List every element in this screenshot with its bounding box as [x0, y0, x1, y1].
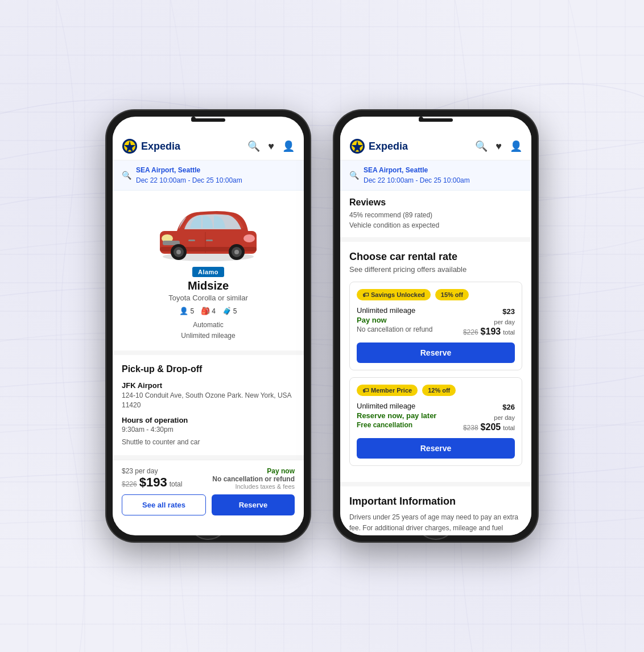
- expedia-logo-text-right: Expedia: [369, 141, 408, 152]
- reviews-condition-right: Vehicle condition as expected: [349, 220, 522, 230]
- header-icons-left: 🔍 ♥ 👤: [247, 140, 295, 152]
- rate-card-2-right: 🏷 Member Price 12% off Unlimited mileage…: [349, 377, 522, 466]
- pickup-section-title-left: Pick-up & Drop-off: [122, 364, 295, 374]
- member-badge-2-right: 🏷 Member Price: [357, 385, 418, 396]
- alamo-badge-left: Alamo: [192, 267, 224, 277]
- expedia-logo-left: Expedia: [122, 138, 180, 154]
- price-old-left: $226: [122, 480, 137, 488]
- header-left: Expedia 🔍 ♥ 👤: [113, 133, 304, 160]
- reviews-recommend-right: 45% recommend (89 rated): [349, 210, 522, 220]
- reserve-button-left[interactable]: Reserve: [212, 494, 295, 515]
- reviews-section-right: Reviews 45% recommend (89 rated) Vehicle…: [340, 191, 531, 242]
- rate-badges-2-right: 🏷 Member Price 12% off: [357, 385, 515, 396]
- pickup-address-left: 124-10 Conduit Ave, South Ozone Park. Ne…: [122, 391, 295, 410]
- search-bar-text-right: SEA Airport, Seattle Dec 22 10:00am - De…: [364, 165, 470, 185]
- no-cancel-label-left: No cancellation or refund: [212, 475, 295, 483]
- pickup-hours-label-left: Hours of operation: [122, 416, 295, 424]
- expedia-logo-icon-right: [349, 138, 365, 154]
- see-all-rates-button-left[interactable]: See all rates: [122, 494, 206, 515]
- search-bar-icon-left: 🔍: [122, 171, 131, 180]
- screen-content-right: Expedia 🔍 ♥ 👤 🔍 SEA Airport, Seattle Dec…: [340, 133, 531, 535]
- rate-per-day-1-right: $23 per day: [463, 306, 515, 327]
- discount-badge-2-right: 12% off: [422, 385, 456, 396]
- phone-top-left: [106, 110, 311, 126]
- reviews-title-right: Reviews: [349, 197, 522, 208]
- phones-container: Expedia 🔍 ♥ 👤 🔍 SEA Airport, Seattle Dec…: [106, 110, 538, 542]
- expedia-logo-text-left: Expedia: [141, 141, 180, 152]
- total-row-left: $226 $193 total: [122, 475, 182, 490]
- bags-large-spec-left: 🧳 5: [222, 307, 237, 315]
- user-icon-right[interactable]: 👤: [510, 140, 522, 152]
- pricing-bar-left: $23 per day $226 $193 total Pay now No c…: [113, 460, 304, 522]
- search-bar-right[interactable]: 🔍 SEA Airport, Seattle Dec 22 10:00am - …: [340, 160, 531, 191]
- rate-card-1-right: 🏷 Savings Unlocked 15% off Unlimited mil…: [349, 282, 522, 370]
- car-specs-left: 👤 5 🎒 4 🧳 5: [179, 307, 237, 315]
- seats-spec-left: 👤 5: [179, 307, 194, 315]
- svg-rect-15: [206, 240, 213, 241]
- heart-icon-left[interactable]: ♥: [268, 141, 274, 152]
- rate-badges-1-right: 🏷 Savings Unlocked 15% off: [357, 289, 515, 300]
- svg-point-5: [243, 234, 255, 242]
- heart-icon-right[interactable]: ♥: [496, 141, 502, 152]
- user-icon-left[interactable]: 👤: [282, 140, 295, 152]
- includes-label-left: Includes taxes & fees: [212, 483, 295, 490]
- per-day-left: $23 per day: [122, 467, 182, 475]
- camera-right: [419, 117, 423, 121]
- tag-icon-1-right: 🏷: [362, 291, 369, 298]
- info-section-right: Important Information Drivers under 25 y…: [340, 486, 531, 535]
- info-title-right: Important Information: [349, 496, 522, 507]
- rate-subtitle-right: See different pricing offers available: [349, 265, 522, 274]
- left-phone: Expedia 🔍 ♥ 👤 🔍 SEA Airport, Seattle Dec…: [106, 110, 311, 542]
- rate-section-right: Choose car rental rate See different pri…: [340, 242, 531, 486]
- pricing-bar-buttons-left: See all rates Reserve: [122, 494, 295, 515]
- expedia-logo-icon-left: [122, 138, 138, 154]
- price-new-left: $193: [139, 475, 167, 490]
- phone-top-right: [333, 110, 538, 126]
- seats-icon-left: 👤: [179, 307, 188, 315]
- rate-payment-2-right: Reserve now, pay later: [357, 411, 436, 420]
- pay-now-label-left: Pay now: [212, 467, 295, 475]
- speaker-left: [191, 118, 225, 122]
- price-total-label-left: total: [170, 480, 183, 488]
- rate-right-2-right: $26 per day $238 $205 total: [463, 402, 515, 432]
- rate-title-right: Choose car rental rate: [349, 251, 522, 263]
- search-bar-left[interactable]: 🔍 SEA Airport, Seattle Dec 22 10:00am - …: [113, 160, 304, 191]
- svg-rect-16: [188, 240, 195, 241]
- phone-screen-left: Expedia 🔍 ♥ 👤 🔍 SEA Airport, Seattle Dec…: [113, 117, 304, 535]
- speaker-right: [419, 118, 453, 122]
- header-icons-right: 🔍 ♥ 👤: [475, 140, 522, 152]
- discount-badge-1-right: 15% off: [435, 289, 469, 300]
- bags-small-icon-left: 🎒: [201, 307, 210, 315]
- pricing-left-left: $23 per day $226 $193 total: [122, 467, 182, 490]
- pricing-right-left: Pay now No cancellation or refund Includ…: [212, 467, 295, 490]
- rate-reserve-btn-1-right[interactable]: Reserve: [357, 342, 515, 363]
- info-text-right: Drivers under 25 years of age may need t…: [349, 512, 522, 535]
- car-svg-left: [151, 200, 265, 262]
- rate-total-row-1-right: $226 $193 total: [463, 327, 515, 337]
- pricing-bar-top-left: $23 per day $226 $193 total Pay now No c…: [122, 467, 295, 490]
- rate-total-row-2-right: $238 $205 total: [463, 422, 515, 432]
- car-subtitle-left: Toyota Corolla or similar: [168, 294, 247, 302]
- svg-point-13: [234, 250, 239, 254]
- rate-left-1-right: Unlimited mileage Pay now No cancellatio…: [357, 306, 432, 333]
- search-icon-left[interactable]: 🔍: [247, 140, 260, 152]
- camera-left: [191, 117, 196, 121]
- search-icon-right[interactable]: 🔍: [475, 140, 488, 152]
- rate-payment-1-right: Pay now: [357, 316, 432, 324]
- header-right: Expedia 🔍 ♥ 👤: [340, 133, 531, 160]
- rate-reserve-btn-2-right[interactable]: Reserve: [357, 438, 515, 459]
- car-section-left: Alamo Midsize Toyota Corolla or similar …: [113, 191, 304, 355]
- pickup-name-left: JFK Airport: [122, 381, 295, 390]
- bags-small-spec-left: 🎒 4: [201, 307, 216, 315]
- car-features-left: Automatic Unlimited mileage: [181, 320, 235, 341]
- rate-right-1-right: $23 per day $226 $193 total: [463, 306, 515, 337]
- rate-left-2-right: Unlimited mileage Reserve now, pay later…: [357, 402, 436, 429]
- pickup-shuttle-left: Shuttle to counter and car: [122, 438, 295, 446]
- screen-content-left: Expedia 🔍 ♥ 👤 🔍 SEA Airport, Seattle Dec…: [113, 133, 304, 535]
- rate-cancel-2-right: Free cancellation: [357, 421, 436, 429]
- rate-per-day-2-right: $26 per day: [463, 402, 515, 422]
- rate-details-2-right: Unlimited mileage Reserve now, pay later…: [357, 402, 515, 432]
- search-bar-text-left: SEA Airport, Seattle Dec 22 10:00am - De…: [136, 165, 242, 185]
- rate-cancel-1-right: No cancellation or refund: [357, 325, 432, 333]
- car-title-left: Midsize: [188, 279, 229, 292]
